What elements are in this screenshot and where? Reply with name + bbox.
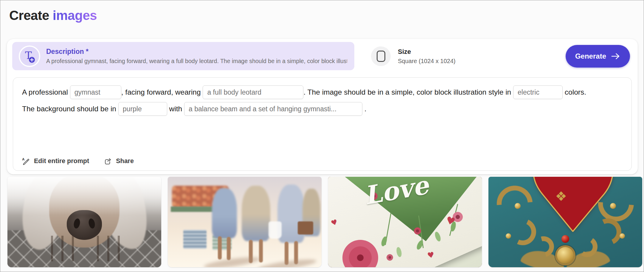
- page-title-accent: images: [53, 8, 97, 23]
- prompt-field-background-props[interactable]: [184, 102, 362, 116]
- toolbar-row: T Description * A professional gymnast, …: [12, 42, 630, 70]
- prompt-line-1: A professional , facing forward, wearing…: [22, 85, 623, 99]
- arrow-right-icon: [611, 52, 620, 60]
- description-texts: Description * A professional gymnast, fa…: [46, 48, 347, 65]
- prompt-text: The background should be in: [22, 105, 118, 113]
- size-option[interactable]: Size Square (1024 x 1024): [371, 46, 455, 66]
- square-icon: [371, 46, 391, 66]
- prompt-line-2: The background should be in with .: [22, 102, 623, 116]
- text-add-icon: T: [19, 46, 40, 67]
- create-images-page: Create images T Description * A professi…: [0, 0, 644, 272]
- prompt-actions: A Edit entire prompt Share: [22, 157, 134, 165]
- gallery-item-embroidered-heart[interactable]: ♥ ❖: [488, 177, 642, 267]
- prompt-field-color-style[interactable]: [513, 85, 563, 99]
- generate-button[interactable]: Generate: [566, 45, 630, 68]
- description-preview: A professional gymnast, facing forward, …: [46, 58, 347, 65]
- prompt-lines: A professional , facing forward, wearing…: [13, 78, 631, 116]
- gallery-item-market[interactable]: [168, 177, 322, 267]
- prompt-field-outfit[interactable]: [203, 85, 303, 99]
- prompt-text: . The image should be in a simple, color…: [303, 88, 513, 96]
- heart-ornament: ❖: [555, 189, 567, 204]
- prompt-editor: A professional , facing forward, wearing…: [13, 77, 632, 171]
- size-value: Square (1024 x 1024): [398, 58, 455, 65]
- edit-text-icon: A: [22, 157, 30, 165]
- svg-text:A: A: [22, 157, 25, 161]
- generate-label: Generate: [575, 52, 606, 60]
- share-button[interactable]: Share: [104, 157, 134, 165]
- share-icon: [104, 157, 112, 165]
- prompt-text: .: [362, 105, 367, 113]
- generated-images-gallery: ♥ ♥ ♥ Love ♥ ❖: [7, 177, 642, 267]
- prompt-field-background-color[interactable]: [118, 102, 167, 116]
- edit-entire-prompt-button[interactable]: A Edit entire prompt: [22, 157, 89, 165]
- share-label: Share: [116, 157, 134, 165]
- gallery-item-dog[interactable]: [7, 177, 161, 267]
- prompt-field-person[interactable]: [70, 85, 121, 99]
- description-chip[interactable]: T Description * A professional gymnast, …: [12, 42, 354, 70]
- prompt-card: T Description * A professional gymnast, …: [7, 39, 638, 174]
- prompt-text: with: [167, 105, 184, 113]
- size-label: Size: [398, 48, 455, 56]
- page-title: Create images: [9, 8, 97, 23]
- heart-glyph: ♥: [426, 250, 435, 260]
- size-texts: Size Square (1024 x 1024): [398, 48, 455, 65]
- prompt-text: , facing forward, wearing: [121, 88, 203, 96]
- gallery-item-love-card[interactable]: ♥ ♥ ♥ Love: [328, 177, 482, 267]
- description-label: Description *: [46, 48, 347, 56]
- edit-entire-prompt-label: Edit entire prompt: [34, 157, 89, 165]
- prompt-text: A professional: [22, 88, 70, 96]
- prompt-text: colors.: [563, 88, 586, 96]
